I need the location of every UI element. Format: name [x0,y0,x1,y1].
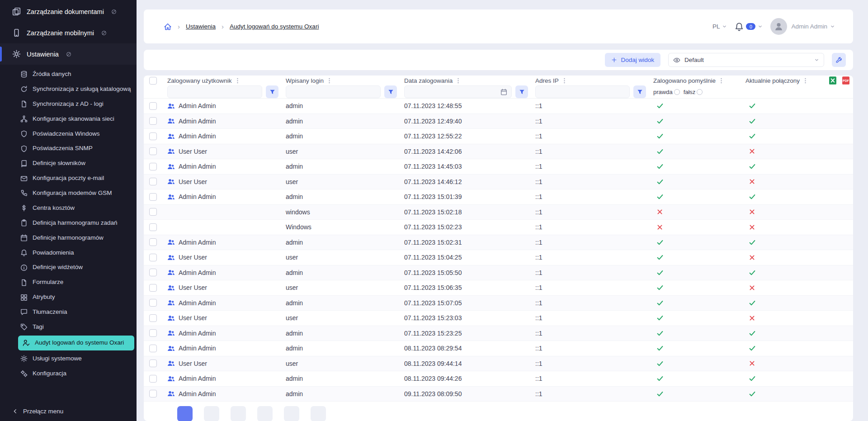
filter-input-user-field[interactable] [172,89,258,95]
sidebar-item-zarzadzanie-dokumentami[interactable]: Zarządzanie dokumentami [0,1,137,22]
table-row[interactable]: Admin Adminadmin07.11.2023 15:07:05::1 [144,296,853,311]
radio-falsz[interactable] [697,89,703,95]
sidebar-item-poswiadczenia-windows[interactable]: Poświadczenia Windows [0,127,137,142]
export-excel-icon[interactable] [828,76,838,85]
table-row[interactable]: User Useruser07.11.2023 15:23:03::1 [144,311,853,326]
row-checkbox[interactable] [149,147,157,155]
row-checkbox[interactable] [149,223,157,231]
row-checkbox[interactable] [149,314,157,322]
row-checkbox[interactable] [149,345,157,352]
table-row[interactable]: Admin Adminadmin08.11.2023 08:29:54::1 [144,341,853,356]
filter-button-ip[interactable] [633,85,646,98]
pagination-page[interactable] [284,406,299,421]
table-row[interactable]: Admin Adminadmin07.11.2023 15:02:31::1 [144,235,853,251]
row-checkbox[interactable] [149,132,157,140]
sidebar-item-powiadomienia[interactable]: Powiadomienia [0,246,137,260]
table-row[interactable]: User Useruser07.11.2023 14:42:06::1 [144,144,853,160]
sidebar-item-ustawienia[interactable]: Ustawienia [0,43,137,65]
filter-input-date-field[interactable] [409,89,498,95]
filter-input-ip-field[interactable] [540,89,625,95]
kebab-menu-icon[interactable] [561,77,568,84]
pagination-page[interactable] [204,406,219,421]
table-row[interactable]: Admin Adminadmin07.11.2023 12:55:22::1 [144,129,853,144]
sidebar-item-definicje-widzetow[interactable]: Definicje widżetów [0,260,137,275]
row-checkbox[interactable] [149,238,157,246]
table-row[interactable]: User Useruser07.11.2023 15:04:25::1 [144,250,853,265]
filter-button-login[interactable] [384,85,397,98]
export-pdf-icon[interactable]: PDF [841,76,851,85]
table-settings-button[interactable] [832,53,846,67]
table-row[interactable]: User Useruser08.11.2023 09:44:14::1 [144,356,853,372]
sidebar-item-konfiguracje-skanowania-sieci[interactable]: Konfiguracje skanowania sieci [0,112,137,127]
sidebar-item-konfiguracja[interactable]: Konfiguracja [0,366,137,381]
pagination-page[interactable] [257,406,273,421]
sidebar-item-formularze[interactable]: Formularze [0,275,137,290]
user-menu[interactable]: Admin Admin [791,23,835,30]
kebab-menu-icon[interactable] [455,77,462,84]
sidebar-item-konfiguracja-poczty-e-mail[interactable]: Konfiguracja poczty e-mail [0,171,137,186]
sidebar-item-tagi[interactable]: Tagi [0,320,137,335]
filter-button-user[interactable] [266,85,278,98]
table-row[interactable]: Admin Adminadmin08.11.2023 09:44:26::1 [144,371,853,387]
sidebar-item-definicja-harmonogramu-zadan[interactable]: Definicja harmonogramu zadań [0,216,137,231]
table-row[interactable]: Admin Adminadmin07.11.2023 15:05:50::1 [144,265,853,281]
calendar-icon[interactable] [500,89,507,95]
table-row[interactable]: User Useruser07.11.2023 14:46:12::1 [144,175,853,190]
avatar[interactable] [770,18,787,35]
table-row[interactable]: Admin Adminadmin07.11.2023 15:01:39::1 [144,189,853,205]
row-checkbox[interactable] [149,178,157,185]
select-all-checkbox[interactable] [149,77,157,85]
kebab-menu-icon[interactable] [802,77,809,84]
sidebar-item-zarzadzanie-mobilnymi[interactable]: Zarządzanie mobilnymi [0,22,137,43]
row-checkbox[interactable] [149,360,157,367]
row-checkbox[interactable] [149,299,157,307]
sidebar-item-zrodla-danych[interactable]: Źródła danych [0,67,137,82]
row-checkbox[interactable] [149,208,157,216]
pagination-page[interactable] [231,406,246,421]
home-icon[interactable] [164,23,172,31]
sidebar-item-definicje-harmonogramow[interactable]: Definicje harmonogramów [0,231,137,246]
table-row[interactable]: windows07.11.2023 15:02:18::1 [144,205,853,220]
kebab-menu-icon[interactable] [326,77,333,84]
language-selector[interactable]: PL [712,23,727,30]
filter-button-date[interactable] [515,85,528,98]
row-checkbox[interactable] [149,329,157,337]
row-checkbox[interactable] [149,193,157,201]
row-checkbox[interactable] [149,284,157,292]
kebab-menu-icon[interactable] [718,77,725,84]
row-checkbox[interactable] [149,254,157,261]
table-row[interactable]: Windows07.11.2023 15:02:23::1 [144,220,853,235]
row-checkbox[interactable] [149,390,157,397]
sidebar-item-atrybuty[interactable]: Atrybuty [0,290,137,305]
add-view-button[interactable]: Dodaj widok [605,53,660,67]
table-row[interactable]: Admin Adminadmin07.11.2023 15:23:25::1 [144,326,853,341]
kebab-menu-icon[interactable] [234,77,241,84]
row-checkbox[interactable] [149,102,157,110]
row-checkbox[interactable] [149,163,157,170]
sidebar-item-synchronizacja-z-usluga-katalogowa[interactable]: Synchronizacja z usługą katalogową [0,82,137,97]
table-row[interactable]: Admin Adminadmin07.11.2023 14:45:03::1 [144,159,853,175]
sidebar-item-centra-kosztow[interactable]: Centra kosztów [0,201,137,216]
radio-prawda[interactable] [674,89,680,95]
table-row[interactable]: Admin Adminadmin07.11.2023 12:49:40::1 [144,114,853,129]
table-row[interactable]: Admin Adminadmin07.11.2023 12:48:55::1 [144,99,853,114]
sidebar-item-uslugi-systemowe[interactable]: Usługi systemowe [0,351,137,366]
breadcrumb-link-audyt-logowan[interactable]: Audyt logowań do systemu Oxari [230,23,319,30]
sidebar-item-synchronizacja-z-ad-logi[interactable]: Synchronizacja z AD - logi [0,97,137,112]
sidebar-item-tlumaczenia[interactable]: Tłumaczenia [0,305,137,320]
breadcrumb-link-ustawienia[interactable]: Ustawienia [186,23,216,30]
notifications-button[interactable]: 0 [735,22,763,31]
pagination-page[interactable] [311,406,326,421]
sidebar-item-poswiadczenia-snmp[interactable]: Poświadczenia SNMP [0,141,137,156]
sidebar-item-definicje-slownikow[interactable]: Definicje słowników [0,156,137,171]
view-select[interactable]: Default [668,53,824,67]
table-row[interactable]: User Useruser07.11.2023 15:06:35::1 [144,280,853,296]
row-checkbox[interactable] [149,375,157,383]
table-row[interactable]: Admin Adminadmin09.11.2023 08:09:50::1 [144,387,853,402]
filter-input-login-field[interactable] [290,89,376,95]
row-checkbox[interactable] [149,117,157,125]
sidebar-toggle-menu[interactable]: Przełącz menu [0,401,137,421]
sidebar-item-konfiguracja-modemow-gsm[interactable]: Konfiguracja modemów GSM [0,186,137,201]
sidebar-item-audyt-logowan-do-systemu-oxari[interactable]: Audyt logowań do systemu Oxari [18,336,134,350]
row-checkbox[interactable] [149,269,157,276]
